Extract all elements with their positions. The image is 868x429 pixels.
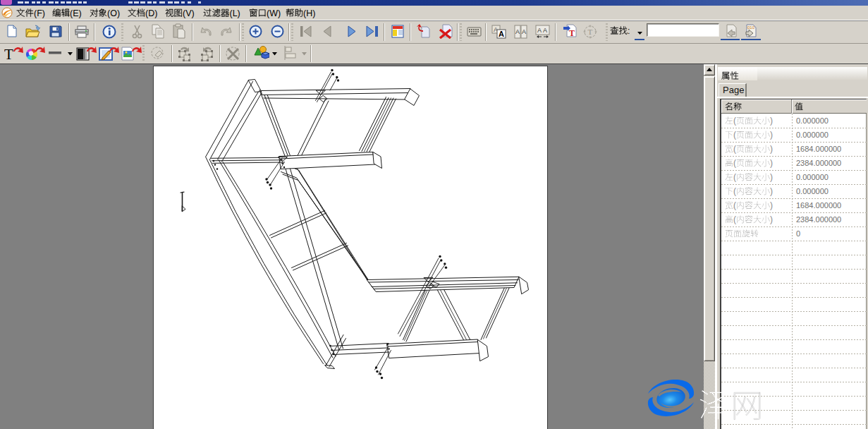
svg-text:(: ( [733,158,736,168]
svg-text:): ) [770,186,773,196]
svg-text:): ) [770,200,773,210]
svg-text:(: ( [733,144,736,154]
svg-text:(: ( [733,200,736,210]
svg-text:): ) [770,214,773,224]
svg-text:): ) [770,172,773,182]
svg-text:(: ( [733,130,736,140]
svg-text:(: ( [733,116,736,126]
svg-text:(: ( [733,172,736,182]
svg-text:): ) [770,116,773,126]
svg-text:): ) [770,158,773,168]
svg-text:(: ( [733,214,736,224]
svg-text:(: ( [733,186,736,196]
svg-text:): ) [770,130,773,140]
svg-text:): ) [770,144,773,154]
